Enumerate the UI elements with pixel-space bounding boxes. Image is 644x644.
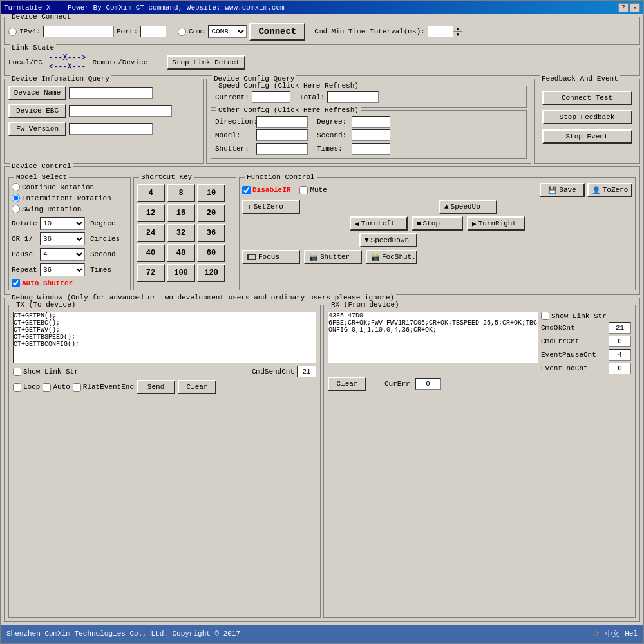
device-name-row: Device Name MT200RUWSL10 [8,86,199,100]
show-link-str-rx-checkbox[interactable] [541,312,549,320]
device-ebc-button[interactable]: Device EBC [8,104,66,118]
device-control-label: Device Control [10,162,73,170]
times-value[interactable]: 36 [352,143,390,155]
mute-label: Mute [310,186,327,194]
fw-version-button[interactable]: FW Version [8,122,66,136]
shortcut-btn-24[interactable]: 24 [137,224,165,242]
shortcut-btn-4[interactable]: 4 [137,184,165,202]
model-value[interactable]: 1 (UnCon) [256,129,308,141]
stop-label: Stop [423,220,440,227]
clear-rx-button[interactable]: Clear [328,377,366,391]
func-row1: DisableIR Mute 💾 Save [242,183,632,197]
shortcut-btn-40[interactable]: 40 [137,244,165,262]
total-value[interactable]: 25 [327,91,379,103]
turn-left-button[interactable]: TurnLeft [350,216,408,231]
shortcut-btn-60[interactable]: 60 [197,244,225,262]
ipv4-radio[interactable] [8,28,17,36]
degree-value[interactable]: 10.0 [352,116,390,128]
model-select-col: Continue Rotation Intermittent Rotation … [12,183,128,287]
set-zero-label: SetZero [254,203,283,211]
continue-rotation-radio[interactable] [12,183,20,191]
cmd-interval-label: Cmd Min Time Interval(ms): [314,28,425,35]
intermittent-rotation-radio[interactable] [12,194,20,202]
help-label[interactable]: Hel [625,630,638,638]
device-ebc-value[interactable]: B242-43F5-47D0-6FBE [69,105,172,117]
clear-tx-button[interactable]: Clear [178,380,216,394]
stop-feedback-button[interactable]: Stop Feedback [542,110,632,124]
rx-textarea[interactable]: 43F5-47D0-6FBE;CR+OK;FWV=FWV1R17C05;CR+O… [328,312,538,363]
tx-controls: Show Link Str CmdSendCnt 21 [13,366,316,377]
cmd-interval-input[interactable]: 300 [428,26,453,37]
stop-link-detect-button[interactable]: Stop Link Detect [167,55,245,70]
auto-shutter-label: Auto Shutter [22,279,73,287]
repeat-select[interactable]: 36 [40,263,85,276]
ipv4-input[interactable]: 192.168.181.181 [43,26,114,37]
times-ctrl-label: Times [90,266,111,274]
function-control-box: Function Control DisableIR Mute [239,177,636,290]
title-bar-buttons: ? ✕ [618,3,640,12]
device-connect-row: IPv4: 192.168.181.181 Port: 8181 Com: CO… [8,23,636,41]
direction-value[interactable]: 0 (Left) [256,116,308,128]
pause-select[interactable]: 4 [40,248,85,261]
shortcut-btn-120[interactable]: 120 [197,264,225,282]
speed-up-button[interactable]: SpeedUp [439,200,497,214]
shortcut-btn-32[interactable]: 32 [167,224,195,242]
save-button[interactable]: 💾 Save [540,183,585,197]
shortcut-btn-36[interactable]: 36 [197,224,225,242]
footer: Shenzhen ComXim Technologies Co., Ltd. C… [1,625,643,643]
cmd-interval-down[interactable]: ▼ [453,32,462,37]
swing-rotation-radio[interactable] [12,205,20,213]
to-zero-button[interactable]: 👤 ToZero [587,183,632,197]
shortcut-btn-20[interactable]: 20 [197,204,225,222]
set-zero-button[interactable]: ⊥ SetZero [242,200,300,214]
or1-select[interactable]: 36 [40,232,85,245]
device-name-button[interactable]: Device Name [8,86,66,100]
rlat-label: RlatEventEnd [83,383,134,391]
rlat-checkbox[interactable] [73,383,81,392]
chinese-label[interactable]: 中文 [605,629,620,639]
port-input[interactable]: 8181 [140,26,166,37]
shutter-value[interactable]: 1 (Enable) [256,143,308,155]
auto-checkbox[interactable] [43,383,51,392]
stop-button[interactable]: Stop [412,216,463,231]
rotate-select[interactable]: 10 [40,217,85,230]
fw-version-value[interactable]: FWV1R17C05 [69,123,153,135]
loop-checkbox[interactable] [13,383,21,392]
turn-right-button[interactable]: TurnRight [467,216,525,231]
shortcut-btn-12[interactable]: 12 [137,204,165,222]
link-state-row: Local/PC ---X---> <---X--- Remote/Device… [8,53,636,71]
shortcut-btn-16[interactable]: 16 [167,204,195,222]
mute-checkbox[interactable] [299,186,308,194]
com-select[interactable]: COM8 [208,25,247,38]
shortcut-btn-72[interactable]: 72 [137,264,165,282]
foc-shut-button[interactable]: 📸 FocShut. [366,250,417,264]
shortcut-btn-48[interactable]: 48 [167,244,195,262]
disable-ir-checkbox[interactable] [242,186,251,194]
cmd-interval-up[interactable]: ▲ [453,26,462,32]
show-link-str-tx-checkbox[interactable] [13,368,21,376]
focus-button[interactable]: Focus [242,250,300,264]
auto-shutter-checkbox[interactable] [12,279,20,287]
connect-test-button[interactable]: Connect Test [542,91,632,105]
other-config-group[interactable]: Other Config (Click Here Refresh) Direct… [211,110,527,159]
other-config-col: Direction: 0 (Left) Degree: 10.0 Model: … [215,116,522,155]
connect-button[interactable]: Connect [249,23,305,41]
cmd-ok-row: CmdOkCnt 21 [541,322,631,334]
second-ctrl-label: Second [90,251,116,258]
shortcut-btn-8[interactable]: 8 [167,184,195,202]
shortcut-btn-100[interactable]: 100 [167,264,195,282]
shortcut-btn-10[interactable]: 10 [197,184,225,202]
current-value[interactable]: 5 [252,91,290,103]
second-value[interactable]: 4 [352,129,390,141]
shutter-button[interactable]: 📷 Shutter [304,250,362,264]
help-title-btn[interactable]: ? [618,3,629,12]
send-button[interactable]: Send [137,380,175,394]
close-title-btn[interactable]: ✕ [630,3,640,12]
device-name-value[interactable]: MT200RUWSL10 [69,87,153,99]
tx-textarea[interactable]: CT+GETPN(); CT+GETEBC(); CT+GETFWV(); CT… [13,312,316,363]
speed-down-button[interactable]: SpeedDown [359,233,417,247]
speed-config-group[interactable]: Speed Config (Click Here Refresh) Curren… [211,86,527,108]
com-radio[interactable] [178,28,186,36]
stop-event-button[interactable]: Stop Event [542,129,632,144]
auto-label: Auto [53,383,70,391]
